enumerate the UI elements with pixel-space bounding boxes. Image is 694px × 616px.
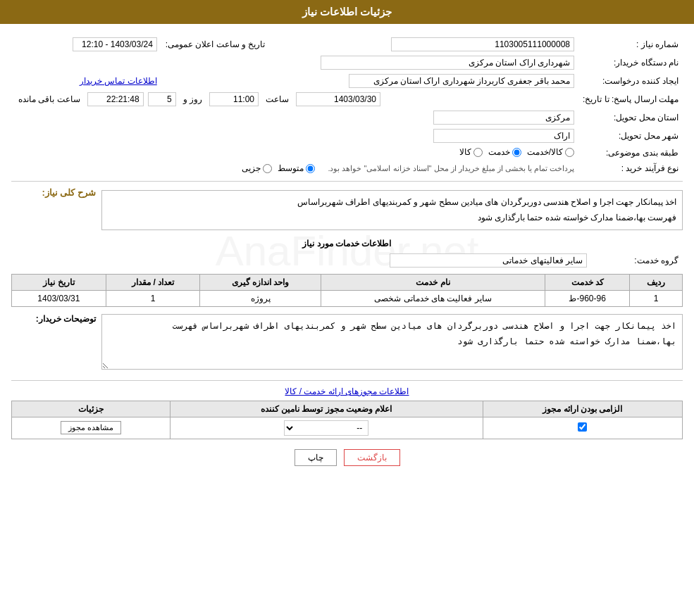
permits-required-cell bbox=[483, 417, 682, 439]
province-input[interactable] bbox=[433, 111, 574, 125]
deadline-label: مهلت ارسال پاسخ: تا تاریخ: bbox=[578, 90, 683, 108]
need-description-line1: اخذ پیمانکار جهت اجرا و اصلاح هندسی دورب… bbox=[297, 197, 676, 207]
creator-label: ایجاد کننده درخواست: bbox=[578, 72, 683, 90]
cell-name: سایر فعالیت های خدماتی شخصی bbox=[321, 291, 545, 307]
province-label: استان محل تحویل: bbox=[578, 108, 683, 127]
group-table: گروه خدمت: bbox=[11, 251, 683, 270]
permits-details-cell: مشاهده مجوز bbox=[12, 417, 171, 439]
city-label: شهر محل تحویل: bbox=[578, 127, 683, 145]
need-number-label: شماره نیاز : bbox=[578, 35, 683, 54]
announce-input[interactable] bbox=[73, 37, 157, 51]
cell-code: 960-96-ط bbox=[545, 291, 629, 307]
radio-kala-khedmat-label: کالا/خدمت bbox=[527, 147, 563, 157]
radio-jozii-label: جزیی bbox=[242, 163, 261, 173]
permits-col-status: اعلام وضعیت مجوز توسط نامین کننده bbox=[170, 401, 483, 417]
page-header: جزئیات اطلاعات نیاز bbox=[0, 0, 694, 24]
deadline-remain-label: ساعت باقی مانده bbox=[18, 94, 80, 104]
info-table: شماره نیاز : تاریخ و ساعت اعلان عمومی: ن… bbox=[11, 35, 683, 175]
need-description-line2: فهرست بها،ضمنا مدارک خواسته شده حتما بار… bbox=[478, 213, 676, 222]
buyer-notes-textarea[interactable]: اخذ پیمانکار جهت اجرا و اصلاح هندسی دورب… bbox=[101, 314, 683, 370]
cell-date: 1403/03/31 bbox=[12, 291, 106, 307]
deadline-time-label: ساعت bbox=[266, 94, 289, 104]
print-button[interactable]: چاپ bbox=[295, 449, 337, 466]
header-title: جزئیات اطلاعات نیاز bbox=[302, 6, 392, 18]
contact-link[interactable]: اطلاعات تماس خریدار bbox=[80, 76, 157, 86]
buyer-org-label: نام دستگاه خریدار: bbox=[578, 54, 683, 72]
deadline-time-input[interactable] bbox=[209, 92, 259, 106]
permits-status-select[interactable]: -- bbox=[284, 420, 368, 436]
radio-kala-label: کالا bbox=[459, 147, 471, 157]
col-unit: واحد اندازه گیری bbox=[200, 275, 321, 291]
back-button[interactable]: بازگشت bbox=[344, 449, 400, 466]
col-count: تعداد / مقدار bbox=[106, 275, 200, 291]
cell-row-num: 1 bbox=[630, 291, 683, 307]
permits-section-title: اطلاعات مجوزهای ارائه خدمت / کالا bbox=[11, 386, 683, 396]
permits-col-details: جزئیات bbox=[12, 401, 171, 417]
cell-count: 1 bbox=[106, 291, 200, 307]
footer-buttons: بازگشت چاپ bbox=[11, 449, 683, 466]
announce-label: تاریخ و ساعت اعلان عمومی: bbox=[161, 35, 270, 54]
need-description-title: شرح کلی نیاز: bbox=[42, 187, 96, 198]
deadline-day-label: روز و bbox=[183, 94, 202, 104]
process-label: نوع فرآیند خرید : bbox=[578, 161, 683, 176]
group-label: گروه خدمت: bbox=[591, 251, 683, 270]
col-name: نام خدمت bbox=[321, 275, 545, 291]
view-permit-button[interactable]: مشاهده مجوز bbox=[61, 421, 121, 434]
services-section-title: اطلاعات خدمات مورد نیاز bbox=[11, 239, 683, 249]
deadline-date-input[interactable] bbox=[296, 92, 380, 106]
radio-khedmat[interactable]: خدمت bbox=[488, 147, 521, 157]
type-label: طبقه بندی موضوعی: bbox=[578, 145, 683, 161]
permits-required-checkbox[interactable] bbox=[578, 422, 587, 432]
group-input[interactable] bbox=[390, 253, 587, 268]
process-note: پرداخت تمام یا بخشی از مبلغ خریدار از مح… bbox=[328, 164, 574, 173]
radio-jozii[interactable]: جزیی bbox=[242, 163, 272, 173]
col-row-num: ردیف bbox=[630, 275, 683, 291]
col-date: تاریخ نیاز bbox=[12, 275, 106, 291]
radio-kala[interactable]: کالا bbox=[459, 147, 483, 157]
permits-row: -- مشاهده مجوز bbox=[12, 417, 683, 439]
services-table: ردیف کد خدمت نام خدمت واحد اندازه گیری ت… bbox=[11, 274, 683, 307]
deadline-remain-input[interactable] bbox=[87, 92, 144, 106]
separator-1 bbox=[11, 181, 683, 182]
deadline-days-input[interactable] bbox=[148, 92, 176, 106]
radio-motavaset[interactable]: متوسط bbox=[278, 163, 315, 173]
need-description-box: اخذ پیمانکار جهت اجرا و اصلاح هندسی دورب… bbox=[101, 190, 683, 230]
buyer-org-input[interactable] bbox=[321, 56, 574, 70]
buyer-notes-label: توضیحات خریدار: bbox=[36, 314, 96, 324]
radio-kala-khedmat[interactable]: کالا/خدمت bbox=[527, 147, 574, 157]
col-code: کد خدمت bbox=[545, 275, 629, 291]
creator-input[interactable] bbox=[349, 74, 574, 88]
separator-2 bbox=[11, 380, 683, 381]
permits-status-cell: -- bbox=[170, 417, 483, 439]
permits-title-link[interactable]: اطلاعات مجوزهای ارائه خدمت / کالا bbox=[285, 386, 409, 396]
permits-table: الزامی بودن ارائه مجوز اعلام وضعیت مجوز … bbox=[11, 401, 683, 439]
permits-col-required: الزامی بودن ارائه مجوز bbox=[483, 401, 682, 417]
radio-khedmat-label: خدمت bbox=[488, 147, 510, 157]
table-row: 1 960-96-ط سایر فعالیت های خدماتی شخصی پ… bbox=[12, 291, 683, 307]
radio-motavaset-label: متوسط bbox=[278, 163, 304, 173]
need-number-input[interactable] bbox=[391, 37, 574, 51]
city-input[interactable] bbox=[433, 129, 574, 143]
cell-unit: پروژه bbox=[200, 291, 321, 307]
